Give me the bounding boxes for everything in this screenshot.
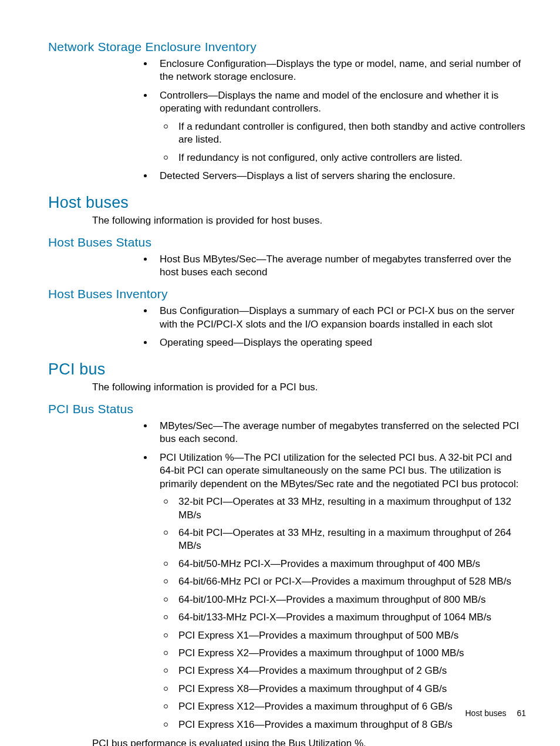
list-item: 32-bit PCI—Operates at 33 MHz, resulting… xyxy=(160,495,526,522)
list-item: Host Bus MBytes/Sec—The average number o… xyxy=(137,253,526,279)
sublist: 32-bit PCI—Operates at 33 MHz, resulting… xyxy=(160,495,526,731)
list-item: If redundancy is not configured, only ac… xyxy=(160,151,526,164)
list-item: Enclosure Configuration—Displays the typ… xyxy=(137,58,526,84)
list-item: PCI Utilization %—The PCI utilization fo… xyxy=(137,451,526,731)
list-item-text: 64-bit PCI—Operates at 33 MHz, resulting… xyxy=(178,527,511,551)
list-item-text: PCI Express X1—Provides a maximum throug… xyxy=(178,630,458,641)
list-item-text: If redundancy is not configured, only ac… xyxy=(178,152,463,163)
list-item-text: PCI Express X8—Provides a maximum throug… xyxy=(178,683,447,694)
list-item-text: Controllers—Displays the name and model … xyxy=(160,90,498,114)
list-item-text: 64-bit/66-MHz PCI or PCI-X—Provides a ma… xyxy=(178,576,511,587)
list-item-text: 32-bit PCI—Operates at 33 MHz, resulting… xyxy=(178,496,511,520)
document-page: Network Storage Enclosure Inventory Encl… xyxy=(0,0,560,746)
list-item-text: PCI Utilization %—The PCI utilization fo… xyxy=(160,452,518,490)
list-item-text: MBytes/Sec—The average number of megabyt… xyxy=(160,420,519,444)
list-host-buses-status: Host Bus MBytes/Sec—The average number o… xyxy=(48,253,526,279)
page-footer: Host buses 61 xyxy=(465,708,526,718)
list-item: Controllers—Displays the name and model … xyxy=(137,89,526,164)
list-item: 64-bit/133-MHz PCI-X—Provides a maximum … xyxy=(160,611,526,624)
sublist: If a redundant controller is configured,… xyxy=(160,120,526,164)
list-item-text: PCI Express X12—Provides a maximum throu… xyxy=(178,701,453,712)
list-item-text: Enclosure Configuration—Displays the typ… xyxy=(160,58,521,82)
list-pci-bus-status: MBytes/Sec—The average number of megabyt… xyxy=(48,420,526,731)
list-item: MBytes/Sec—The average number of megabyt… xyxy=(137,420,526,446)
list-item: 64-bit/50-MHz PCI-X—Provides a maximum t… xyxy=(160,558,526,571)
list-item-text: 64-bit/133-MHz PCI-X—Provides a maximum … xyxy=(178,612,491,623)
heading-host-buses-status: Host Buses Status xyxy=(48,235,526,249)
list-item: 64-bit PCI—Operates at 33 MHz, resulting… xyxy=(160,526,526,553)
heading-pci-bus: PCI bus xyxy=(48,360,526,379)
list-item-text: PCI Express X4—Provides a maximum throug… xyxy=(178,665,447,676)
list-item-text: Operating speed—Displays the operating s… xyxy=(160,337,372,348)
list-item-text: Host Bus MBytes/Sec—The average number o… xyxy=(160,254,511,278)
list-item-text: Bus Configuration—Displays a summary of … xyxy=(160,305,515,329)
list-item: PCI Express X16—Provides a maximum throu… xyxy=(160,718,526,731)
list-item-text: Detected Servers—Displays a list of serv… xyxy=(160,170,456,181)
list-item: Detected Servers—Displays a list of serv… xyxy=(137,170,526,183)
list-item: Bus Configuration—Displays a summary of … xyxy=(137,305,526,331)
paragraph: PCI bus performance is evaluated using t… xyxy=(92,737,526,746)
heading-host-buses: Host buses xyxy=(48,194,526,212)
list-item-text: PCI Express X2—Provides a maximum throug… xyxy=(178,647,464,659)
list-item: Operating speed—Displays the operating s… xyxy=(137,336,526,349)
list-item: 64-bit/100-MHz PCI-X—Provides a maximum … xyxy=(160,593,526,606)
footer-label: Host buses xyxy=(465,708,506,718)
list-item: PCI Express X2—Provides a maximum throug… xyxy=(160,647,526,660)
list-item: 64-bit/66-MHz PCI or PCI-X—Provides a ma… xyxy=(160,575,526,588)
heading-nse-inventory: Network Storage Enclosure Inventory xyxy=(48,40,526,54)
list-item: PCI Express X1—Provides a maximum throug… xyxy=(160,629,526,642)
list-item-text: 64-bit/100-MHz PCI-X—Provides a maximum … xyxy=(178,594,485,605)
page-number: 61 xyxy=(517,708,526,718)
heading-host-buses-inventory: Host Buses Inventory xyxy=(48,287,526,301)
list-item-text: 64-bit/50-MHz PCI-X—Provides a maximum t… xyxy=(178,558,480,569)
list-item-text: PCI Express X16—Provides a maximum throu… xyxy=(178,719,453,730)
paragraph: The following information is provided fo… xyxy=(92,214,526,227)
list-item: If a redundant controller is configured,… xyxy=(160,120,526,147)
list-item: PCI Express X8—Provides a maximum throug… xyxy=(160,683,526,696)
list-nse-inventory: Enclosure Configuration—Displays the typ… xyxy=(48,58,526,183)
list-item-text: If a redundant controller is configured,… xyxy=(178,121,525,145)
heading-pci-bus-status: PCI Bus Status xyxy=(48,402,526,416)
paragraph: The following information is provided fo… xyxy=(92,381,526,394)
list-item: PCI Express X4—Provides a maximum throug… xyxy=(160,664,526,677)
list-host-buses-inventory: Bus Configuration—Displays a summary of … xyxy=(48,305,526,349)
